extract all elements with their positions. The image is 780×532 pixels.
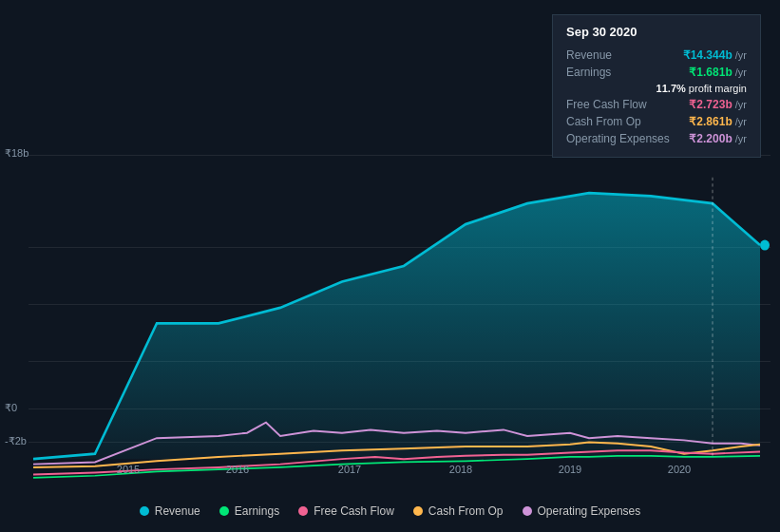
tooltip-opex-row: Operating Expenses ₹2.200b /yr	[566, 130, 747, 147]
tooltip-opex-label: Operating Expenses	[566, 132, 670, 145]
legend-cashop[interactable]: Cash From Op	[413, 504, 504, 518]
legend-opex-dot	[523, 506, 532, 516]
legend-cashop-label: Cash From Op	[428, 504, 504, 518]
tooltip-revenue-value: ₹14.344b	[683, 48, 732, 62]
tooltip-panel: Sep 30 2020 Revenue ₹14.344b /yr Earning…	[552, 14, 761, 158]
legend-opex-label: Operating Expenses	[538, 504, 641, 518]
x-label-2016: 2016	[226, 464, 249, 475]
x-label-2019: 2019	[559, 464, 581, 475]
x-label-2020: 2020	[668, 464, 691, 475]
tooltip-cashop-label: Cash From Op	[566, 115, 641, 128]
tooltip-revenue-label: Revenue	[566, 48, 612, 62]
tooltip-fcf-label: Free Cash Flow	[566, 98, 647, 111]
tooltip-earnings-value: ₹1.681b	[689, 66, 732, 79]
legend-revenue[interactable]: Revenue	[140, 504, 200, 518]
legend-earnings-label: Earnings	[235, 504, 279, 518]
legend-earnings-dot	[219, 506, 229, 516]
tooltip-date: Sep 30 2020	[566, 25, 747, 39]
legend-earnings[interactable]: Earnings	[219, 504, 279, 518]
legend-opex[interactable]: Operating Expenses	[523, 504, 641, 518]
tooltip-revenue-row: Revenue ₹14.344b /yr	[566, 47, 747, 64]
svg-point-0	[760, 240, 770, 251]
tooltip-earnings-label: Earnings	[566, 66, 611, 79]
tooltip-cashop-value: ₹2.861b	[689, 115, 732, 128]
legend-revenue-dot	[140, 506, 149, 516]
legend-fcf-dot	[298, 506, 308, 516]
tooltip-margin-row: 11.7% profit margin	[566, 81, 747, 96]
tooltip-fcf-row: Free Cash Flow ₹2.723b /yr	[566, 96, 747, 113]
legend-fcf[interactable]: Free Cash Flow	[298, 504, 394, 518]
legend-fcf-label: Free Cash Flow	[314, 504, 394, 518]
tooltip-opex-value: ₹2.200b	[689, 132, 732, 145]
legend-revenue-label: Revenue	[155, 504, 200, 518]
x-label-2017: 2017	[338, 464, 361, 475]
tooltip-fcf-value: ₹2.723b	[689, 98, 732, 111]
chart-container: ₹18b ₹0 -₹2b 2015 2016 2017 2018 2019 2	[0, 0, 780, 532]
x-label-2018: 2018	[449, 464, 472, 475]
chart-legend: Revenue Earnings Free Cash Flow Cash Fro…	[0, 504, 780, 518]
tooltip-margin-value: 11.7% profit margin	[656, 83, 747, 94]
tooltip-earnings-row: Earnings ₹1.681b /yr	[566, 64, 747, 81]
legend-cashop-dot	[413, 506, 423, 516]
tooltip-cashop-row: Cash From Op ₹2.861b /yr	[566, 113, 747, 130]
x-label-2015: 2015	[117, 464, 140, 475]
